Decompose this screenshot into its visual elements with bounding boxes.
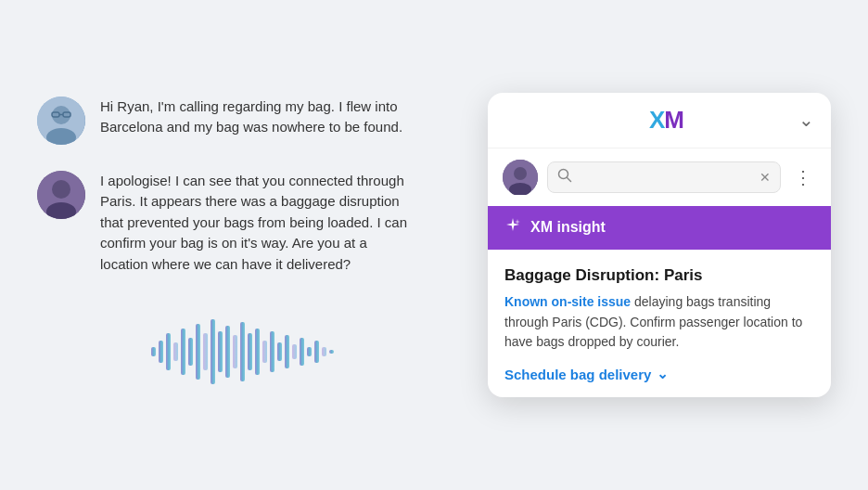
message-text-2: I apologise! I can see that you connecte… <box>100 171 415 276</box>
waveform <box>151 315 337 389</box>
waveform-container <box>37 310 451 393</box>
svg-rect-30 <box>307 347 312 356</box>
known-issue-link[interactable]: Known on-site issue <box>504 294 631 309</box>
svg-rect-31 <box>314 341 319 363</box>
svg-rect-16 <box>203 333 208 370</box>
svg-rect-13 <box>181 329 185 375</box>
svg-rect-12 <box>173 342 178 361</box>
svg-line-38 <box>568 177 571 181</box>
svg-rect-21 <box>240 322 245 381</box>
svg-rect-15 <box>196 324 200 380</box>
toolbar-avatar <box>503 160 538 195</box>
svg-rect-22 <box>248 333 252 370</box>
chevron-down-icon[interactable]: ⌄ <box>798 109 814 131</box>
xm-insight-banner: XM insight <box>488 206 831 250</box>
xm-logo: XM <box>649 106 683 135</box>
avatar-ryan <box>37 97 85 145</box>
svg-rect-11 <box>166 333 171 370</box>
svg-rect-32 <box>322 347 326 356</box>
svg-rect-20 <box>233 335 237 368</box>
svg-rect-33 <box>329 350 334 354</box>
svg-rect-18 <box>218 331 223 372</box>
avatar-agent <box>37 171 85 219</box>
xm-widget-header: XM ⌄ <box>488 93 831 148</box>
main-container: Hi Ryan, I'm calling regarding my bag. I… <box>0 0 868 490</box>
chat-message-1: Hi Ryan, I'm calling regarding my bag. I… <box>37 97 451 145</box>
svg-rect-23 <box>255 329 260 375</box>
svg-point-7 <box>52 180 70 199</box>
svg-rect-28 <box>292 344 297 359</box>
sparkle-icon <box>504 217 521 239</box>
xm-widget: XM ⌄ ✕ <box>488 93 831 397</box>
svg-rect-14 <box>188 338 193 366</box>
svg-rect-24 <box>262 341 267 363</box>
svg-rect-17 <box>211 319 215 384</box>
svg-rect-29 <box>300 338 304 366</box>
insight-card: Baggage Disruption: Paris Known on-site … <box>488 250 831 397</box>
chat-panel: Hi Ryan, I'm calling regarding my bag. I… <box>37 78 451 413</box>
message-text-1: Hi Ryan, I'm calling regarding my bag. I… <box>100 97 415 138</box>
insight-title: Baggage Disruption: Paris <box>504 266 814 285</box>
waveform-svg <box>151 315 337 389</box>
insight-body: Known on-site issue delaying bags transi… <box>504 292 814 353</box>
svg-rect-9 <box>151 347 156 356</box>
more-options-icon[interactable]: ⋮ <box>790 162 816 192</box>
svg-rect-25 <box>270 331 274 372</box>
xm-toolbar: ✕ ⋮ <box>488 148 831 206</box>
insight-label: XM insight <box>530 219 606 236</box>
clear-icon[interactable]: ✕ <box>760 170 771 185</box>
schedule-bag-delivery-link[interactable]: Schedule bag delivery ⌄ <box>504 366 814 382</box>
svg-rect-26 <box>277 342 282 361</box>
svg-rect-10 <box>159 341 163 363</box>
svg-rect-27 <box>285 335 289 368</box>
search-container: ✕ <box>547 161 781 193</box>
svg-rect-19 <box>225 326 230 378</box>
search-input[interactable] <box>580 170 752 185</box>
schedule-label: Schedule bag delivery <box>504 367 651 382</box>
schedule-chevron-icon: ⌄ <box>657 366 669 382</box>
svg-point-35 <box>514 167 527 180</box>
chat-message-2: I apologise! I can see that you connecte… <box>37 171 451 276</box>
search-icon <box>557 168 572 187</box>
